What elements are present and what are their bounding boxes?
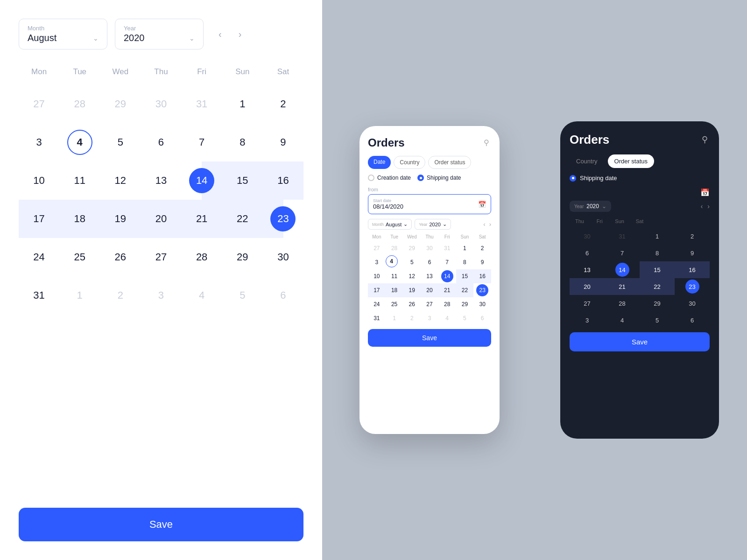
day-cell[interactable]: 30 [263, 238, 303, 276]
day-cell[interactable]: 15 [222, 161, 263, 200]
dark-day[interactable]: 29 [640, 295, 675, 312]
mini-day-cell[interactable]: 26 [403, 297, 421, 311]
dark-day-selected[interactable]: 14 [615, 263, 629, 277]
dark-day[interactable]: 22 [640, 278, 675, 295]
day-cell[interactable]: 21 [182, 200, 222, 238]
mini-day-cell[interactable]: 1 [386, 311, 403, 325]
day-cell[interactable]: 5 [222, 276, 263, 315]
creation-date-radio[interactable]: Creation date [368, 175, 411, 181]
day-cell[interactable]: 29 [100, 85, 141, 123]
mini-day-cell[interactable]: 1 [456, 241, 474, 255]
day-cell[interactable]: 27 [19, 85, 59, 123]
mini-day-cell[interactable]: 5 [403, 255, 421, 269]
next-icon[interactable]: › [707, 203, 710, 210]
day-cell[interactable]: 25 [59, 238, 100, 276]
dark-day[interactable]: 13 [570, 261, 605, 278]
mini-day-cell[interactable]: 27 [368, 241, 386, 255]
day-cell[interactable]: 20 [141, 200, 181, 238]
dark-day[interactable]: 9 [675, 245, 710, 261]
mini-day-cell[interactable]: 2 [473, 241, 491, 255]
day-cell[interactable]: 30 [141, 85, 181, 123]
white-tab-country[interactable]: Country [394, 156, 425, 169]
mini-day-cell[interactable]: 29 [456, 297, 474, 311]
mini-year-select[interactable]: Year 2020 ⌄ [415, 219, 451, 230]
dark-tab-order-status[interactable]: Order status [608, 154, 655, 168]
day-cell[interactable]: 11 [59, 161, 100, 200]
day-cell[interactable]: 3 [19, 123, 59, 161]
day-cell[interactable]: 31 [19, 276, 59, 315]
mini-day-cell[interactable]: 24 [368, 297, 386, 311]
mini-day-cell[interactable]: 14 [441, 270, 453, 282]
search-icon[interactable]: ⚲ [702, 134, 708, 145]
day-cell[interactable]: 5 [100, 123, 141, 161]
year-select[interactable]: Year 2020 ⌄ [115, 19, 204, 49]
dark-day[interactable]: 2 [675, 228, 710, 245]
mini-day-cell[interactable]: 11 [386, 269, 403, 283]
day-cell[interactable]: 31 [182, 85, 222, 123]
dark-day[interactable]: 28 [605, 295, 640, 312]
mini-day-cell[interactable]: 18 [386, 283, 403, 297]
day-cell[interactable]: 2 [100, 276, 141, 315]
white-tab-date[interactable]: Date [368, 156, 391, 169]
mini-day-cell[interactable]: 6 [473, 311, 491, 325]
day-cell[interactable]: 10 [19, 161, 59, 200]
dark-day[interactable]: 16 [675, 261, 710, 278]
next-month-button[interactable]: › [235, 27, 246, 42]
mini-day-cell[interactable]: 31 [438, 241, 456, 255]
mini-day-cell[interactable]: 29 [403, 241, 421, 255]
dark-tab-country[interactable]: Country [570, 154, 604, 168]
search-icon[interactable]: ⚲ [484, 138, 489, 147]
dark-day[interactable]: 4 [605, 312, 640, 329]
dark-day[interactable]: 6 [675, 312, 710, 329]
day-cell[interactable]: 18 [59, 200, 100, 238]
dark-radio-shipping[interactable] [570, 175, 576, 182]
day-cell[interactable]: 1 [59, 276, 100, 315]
day-cell[interactable]: 27 [141, 238, 181, 276]
day-cell[interactable]: 4 [59, 123, 100, 161]
mini-day-cell[interactable]: 10 [368, 269, 386, 283]
white-save-button[interactable]: Save [368, 329, 491, 347]
mini-day-cell[interactable]: 4 [438, 311, 456, 325]
day-cell[interactable]: 7 [182, 123, 222, 161]
dark-day[interactable]: 21 [605, 278, 640, 295]
save-button[interactable]: Save [19, 508, 303, 541]
day-cell[interactable]: 16 [263, 161, 303, 200]
day-cell[interactable]: 6 [141, 123, 181, 161]
mini-day-cell[interactable]: 6 [421, 255, 438, 269]
day-cell[interactable]: 23 [263, 200, 303, 238]
dark-day[interactable]: 30 [570, 228, 605, 245]
prev-icon[interactable]: ‹ [701, 203, 703, 210]
mini-day-cell[interactable]: 7 [438, 255, 456, 269]
day-cell[interactable]: 19 [100, 200, 141, 238]
shipping-date-radio[interactable]: Shipping date [417, 175, 461, 181]
mini-day-cell[interactable]: 3 [368, 255, 386, 269]
mini-day-cell[interactable]: 28 [438, 297, 456, 311]
day-cell[interactable]: 22 [222, 200, 263, 238]
mini-day-cell[interactable]: 15 [456, 269, 474, 283]
mini-day-cell[interactable]: 12 [403, 269, 421, 283]
day-cell[interactable]: 14 [182, 161, 222, 200]
day-cell[interactable]: 28 [59, 85, 100, 123]
dark-day[interactable]: 7 [605, 245, 640, 261]
dark-day[interactable]: 31 [605, 228, 640, 245]
mini-day-cell[interactable]: 13 [421, 269, 438, 283]
month-select[interactable]: Month August ⌄ [19, 19, 107, 49]
dark-save-button[interactable]: Save [570, 332, 710, 351]
mini-day-cell[interactable]: 3 [421, 311, 438, 325]
mini-day-cell[interactable]: 23 [476, 284, 488, 296]
dark-day[interactable]: 27 [570, 295, 605, 312]
prev-month-button[interactable]: ‹ [215, 27, 226, 42]
prev-month-icon[interactable]: ‹ [483, 221, 485, 228]
mini-day-cell[interactable]: 25 [386, 297, 403, 311]
mini-day-cell[interactable]: 30 [473, 297, 491, 311]
day-cell[interactable]: 2 [263, 85, 303, 123]
mini-day-cell[interactable]: 17 [368, 283, 386, 297]
mini-month-select[interactable]: Month August ⌄ [368, 219, 412, 230]
dark-day[interactable]: 3 [570, 312, 605, 329]
mini-day-cell[interactable]: 21 [438, 283, 456, 297]
day-cell[interactable]: 1 [222, 85, 263, 123]
day-cell[interactable]: 4 [182, 276, 222, 315]
mini-day-cell[interactable]: 19 [403, 283, 421, 297]
mini-day-cell[interactable]: 8 [456, 255, 474, 269]
day-cell[interactable]: 12 [100, 161, 141, 200]
